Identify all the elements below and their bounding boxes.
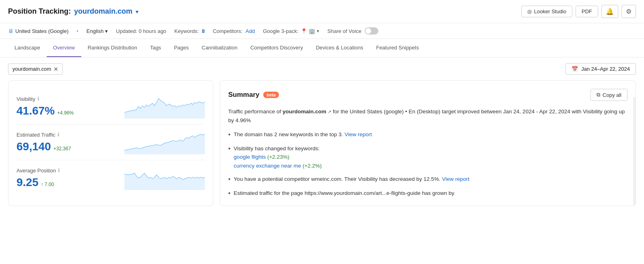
- metrics-panel: Visibility ℹ 41.67% +4.96% Estimated Tra…: [8, 80, 213, 206]
- traffic-info-icon[interactable]: ℹ: [58, 132, 60, 137]
- tab-landscape[interactable]: Landscape: [8, 39, 47, 57]
- date-range-picker[interactable]: 📅 Jan 24–Apr 22, 2024: [566, 63, 636, 75]
- tab-pages[interactable]: Pages: [167, 39, 195, 57]
- visibility-metric: Visibility ℹ 41.67% +4.96%: [17, 89, 205, 125]
- location-text: United States (Google): [15, 28, 68, 34]
- language-chevron-icon: ▾: [105, 28, 108, 34]
- summary-body: Traffic performance of yourdomain.com ↗ …: [228, 107, 627, 198]
- domain-chevron-icon[interactable]: ▾: [136, 8, 138, 15]
- monitor-icon: 🖥: [8, 28, 14, 34]
- average-position-metric: Average Position ℹ 9.25 ↑ 7.00: [17, 160, 205, 196]
- bullet-1-link[interactable]: View report: [345, 131, 372, 137]
- domain-link[interactable]: yourdomain.com: [74, 7, 132, 16]
- toggle-knob: [365, 28, 371, 34]
- bullet-4: • Estimated traffic for the page https:/…: [228, 189, 627, 198]
- traffic-label: Estimated Traffic ℹ: [17, 132, 71, 138]
- location-link[interactable]: 🖥 United States (Google): [8, 28, 68, 34]
- bullet-3-link[interactable]: View report: [442, 176, 469, 182]
- bullet-2-text: Visibility has changed for keywords:: [234, 145, 320, 151]
- summary-bullets: • The domain has 2 new keywords in the t…: [228, 130, 627, 198]
- tab-rankings-distribution[interactable]: Rankings Distribution: [81, 39, 144, 57]
- visibility-change: +4.96%: [57, 110, 74, 116]
- position-info-icon[interactable]: ℹ: [58, 168, 60, 173]
- bullet-dot-3: •: [228, 175, 231, 184]
- visibility-left: Visibility ℹ 41.67% +4.96%: [17, 96, 74, 117]
- bullet-3-text: You have a potential competitor wmeinc.c…: [234, 176, 442, 182]
- currency-exchange-link[interactable]: currency exchange near me: [234, 163, 301, 169]
- visibility-value: 41.67%: [17, 104, 55, 117]
- tab-competitors-discovery[interactable]: Competitors Discovery: [244, 39, 310, 57]
- remove-domain-tag-button[interactable]: ✕: [54, 66, 58, 72]
- main-content: Visibility ℹ 41.67% +4.96% Estimated Tra…: [0, 80, 644, 214]
- top-actions: ◎ Looker Studio PDF 🔔 ⚙: [521, 5, 636, 18]
- traffic-change: +32,367: [54, 146, 71, 151]
- external-link-icon[interactable]: ↗: [326, 109, 331, 114]
- scrollbar-thumb[interactable]: [634, 105, 635, 153]
- sub-bar: 🖥 United States (Google) • English ▾ Upd…: [0, 23, 644, 39]
- page-title: Position Tracking:: [8, 7, 71, 16]
- share-of-voice-toggle[interactable]: [365, 27, 378, 35]
- summary-intro: Traffic performance of yourdomain.com ↗ …: [228, 107, 627, 125]
- tab-cannibalization[interactable]: Cannibalization: [195, 39, 244, 57]
- bullet-1-text: The domain has 2 new keywords in the top…: [234, 131, 345, 137]
- add-competitors-link[interactable]: Add: [246, 28, 255, 34]
- google-3pack-area: Google 3-pack: 📍 🏢 ▾: [263, 28, 319, 34]
- tab-overview[interactable]: Overview: [47, 39, 81, 57]
- location-pin-icon: 📍: [301, 28, 307, 34]
- competitors-label: Competitors: Add: [213, 28, 255, 34]
- building-icon: 🏢: [309, 28, 315, 34]
- date-range-text: Jan 24–Apr 22, 2024: [581, 66, 630, 72]
- position-chart: [124, 166, 205, 190]
- bell-icon: 🔔: [606, 8, 614, 15]
- g3-icons[interactable]: 📍 🏢 ▾: [301, 28, 319, 34]
- g3-chevron-icon[interactable]: ▾: [317, 29, 319, 34]
- summary-header: Summary beta ⧉ Copy all: [228, 89, 627, 101]
- visibility-info-icon[interactable]: ℹ: [37, 96, 39, 102]
- svg-marker-0: [124, 98, 205, 119]
- bullet-3: • You have a potential competitor wmeinc…: [228, 175, 627, 184]
- updated-text: Updated: 0 hours ago: [116, 28, 166, 34]
- bullet-1: • The domain has 2 new keywords in the t…: [228, 130, 627, 139]
- share-of-voice-area: Share of Voice: [327, 27, 378, 35]
- beta-badge: beta: [263, 92, 279, 98]
- visibility-value-row: 41.67% +4.96%: [17, 104, 74, 117]
- keywords-count: 8: [202, 28, 204, 34]
- summary-title-text: Summary: [228, 91, 259, 99]
- position-left: Average Position ℹ 9.25 ↑ 7.00: [17, 168, 60, 189]
- bullet-dot-1: •: [228, 130, 231, 139]
- copy-all-button[interactable]: ⧉ Copy all: [590, 89, 627, 101]
- traffic-value-row: 69,140 +32,367: [17, 140, 71, 153]
- separator-dot: •: [76, 28, 78, 34]
- summary-panel: Summary beta ⧉ Copy all Traffic performa…: [220, 80, 636, 206]
- google-flights-link[interactable]: google flights: [234, 154, 266, 160]
- google-flights-change: (+2.23%): [267, 154, 289, 160]
- looker-icon: ◎: [527, 8, 532, 14]
- tabs-bar: Landscape Overview Rankings Distribution…: [0, 39, 644, 57]
- bullet-4-text: Estimated traffic for the page https://w…: [234, 189, 454, 198]
- traffic-left: Estimated Traffic ℹ 69,140 +32,367: [17, 132, 71, 153]
- svg-marker-1: [124, 134, 205, 154]
- visibility-label: Visibility ℹ: [17, 96, 74, 102]
- position-change: ↑ 7.00: [41, 182, 54, 187]
- tab-tags[interactable]: Tags: [144, 39, 167, 57]
- filter-bar: yourdomain.com ✕ 📅 Jan 24–Apr 22, 2024: [0, 57, 644, 80]
- looker-studio-button[interactable]: ◎ Looker Studio: [521, 6, 572, 17]
- visibility-chart: [124, 94, 205, 119]
- gear-icon: ⚙: [626, 8, 632, 15]
- top-bar: Position Tracking: yourdomain.com ▾ ◎ Lo…: [0, 0, 644, 23]
- summary-title-area: Summary beta: [228, 91, 279, 99]
- tab-featured-snippets[interactable]: Featured Snippets: [369, 39, 425, 57]
- tab-devices-locations[interactable]: Devices & Locations: [310, 39, 370, 57]
- traffic-value: 69,140: [17, 140, 51, 153]
- bullet-dot-4: •: [228, 189, 231, 198]
- language-selector[interactable]: English ▾: [87, 28, 108, 34]
- bell-button[interactable]: 🔔: [601, 5, 618, 18]
- estimated-traffic-metric: Estimated Traffic ℹ 69,140 +32,367: [17, 125, 205, 160]
- summary-domain: yourdomain.com: [283, 108, 326, 115]
- position-label: Average Position ℹ: [17, 168, 60, 174]
- pdf-button[interactable]: PDF: [576, 6, 598, 17]
- gear-button[interactable]: ⚙: [621, 5, 636, 18]
- domain-tag-label: yourdomain.com: [12, 66, 51, 72]
- currency-exchange-change: (+2.2%): [303, 163, 322, 169]
- position-value: 9.25: [17, 176, 39, 189]
